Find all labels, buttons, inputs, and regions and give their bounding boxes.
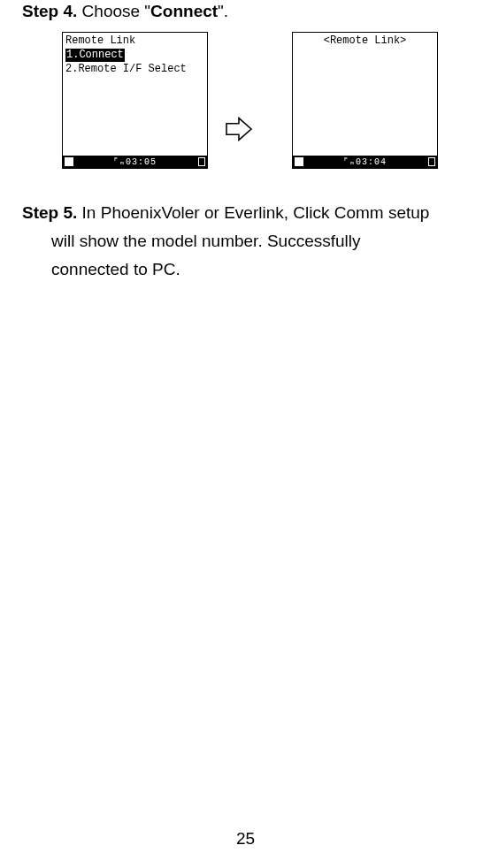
step5-line3: connected to PC.	[51, 255, 473, 284]
statusbar-left-icon	[295, 157, 303, 166]
status-antenna-icon: ᴾₘ	[343, 156, 356, 167]
screen-left-content: Remote Link 1.Connect 2.Remote I/F Selec…	[63, 33, 207, 78]
screen-left: Remote Link 1.Connect 2.Remote I/F Selec…	[62, 32, 208, 169]
screen1-time: 03:05	[126, 157, 157, 167]
status-antenna-icon: ᴾₘ	[113, 156, 126, 167]
battery-icon	[198, 157, 205, 166]
battery-icon	[428, 157, 435, 166]
arrow-container	[212, 59, 265, 141]
screen1-item2: 2.Remote I/F Select	[65, 63, 204, 76]
arrow-right-icon	[225, 117, 253, 141]
step5-line1-text: In PhoenixVoler or Everlink, Click Comm …	[77, 203, 429, 222]
screen1-statusbar: ᴾₘ03:05	[63, 156, 207, 168]
step4-prefix: Choose "	[77, 2, 150, 20]
step4-suffix: ".	[218, 2, 228, 20]
screen1-item1: 1.Connect	[65, 49, 125, 62]
step5-line2: will show the model number. Successfully	[51, 227, 473, 255]
screen2-title: <Remote Link>	[293, 33, 437, 49]
screen-right: <Remote Link> ᴾₘ03:04	[292, 32, 438, 169]
step4-text: Step 4. Choose "Connect".	[22, 2, 473, 21]
step5-label: Step 5.	[22, 203, 77, 222]
step5-line1: Step 5. In PhoenixVoler or Everlink, Cli…	[22, 199, 473, 227]
step4-label: Step 4.	[22, 2, 77, 20]
screen2-time: 03:04	[356, 157, 387, 167]
screens-row: Remote Link 1.Connect 2.Remote I/F Selec…	[62, 32, 473, 169]
step4-bold: Connect	[150, 2, 218, 20]
screen1-title: Remote Link	[65, 34, 204, 48]
page-number: 25	[0, 829, 491, 849]
screen2-statusbar: ᴾₘ03:04	[293, 156, 437, 168]
statusbar-left-icon	[65, 157, 73, 166]
